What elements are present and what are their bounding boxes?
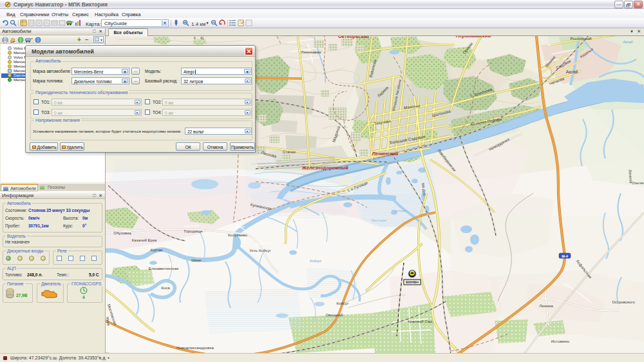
- svg-text:Обуховка: Обуховка: [113, 231, 131, 235]
- svg-text:Городище: Городище: [184, 229, 203, 233]
- svg-text:Истомино: Истомино: [551, 339, 570, 343]
- svg-text:Усть-Койсуг: Усть-Койсуг: [249, 248, 271, 252]
- svg-text:6: 6: [194, 36, 196, 40]
- svg-text:Чмутовая: Чмутовая: [392, 209, 407, 213]
- svg-text:Первомайский: Первомайский: [456, 36, 491, 39]
- svg-text:Аксай: Аксай: [566, 70, 578, 74]
- svg-text:Чмутовая: Чмутовая: [371, 218, 386, 222]
- svg-text:Коса: Коса: [161, 285, 170, 290]
- svg-text:Койсуг: Койсуг: [337, 301, 350, 305]
- svg-text:Койсуг: Койсуг: [310, 259, 321, 263]
- svg-text:Новоалександровка: Новоалександровка: [176, 345, 214, 350]
- svg-text:Шмат: Шмат: [191, 258, 202, 262]
- svg-text:Ленинский: Ленинский: [372, 151, 399, 157]
- svg-text:Аксай: Аксай: [622, 40, 632, 44]
- svg-text:Ленина: Ленина: [539, 303, 553, 308]
- svg-text:Островского: Островского: [612, 300, 635, 304]
- svg-text:Российский: Российский: [570, 36, 592, 41]
- svg-text:М-4: М-4: [562, 254, 568, 258]
- svg-text:Октябрьская: Октябрьская: [338, 36, 369, 39]
- svg-text:Елизаветинская: Елизаветинская: [149, 266, 178, 271]
- svg-text:Колузаево: Колузаево: [228, 233, 248, 237]
- svg-text:Курган: Курган: [150, 247, 162, 252]
- svg-text:Стачки: Стачки: [283, 149, 296, 154]
- svg-text:В004ВН: В004ВН: [406, 280, 419, 284]
- svg-text:41: 41: [200, 36, 204, 40]
- svg-text:Казачий Ерик: Казачий Ерик: [132, 238, 157, 242]
- svg-text:Красный Сад: Красный Сад: [408, 319, 433, 323]
- svg-text:Ольгин: Ольгин: [632, 181, 644, 185]
- svg-text:Железнодорожный: Железнодорожный: [301, 165, 348, 171]
- svg-text:Овощной: Овощной: [326, 312, 343, 317]
- svg-text:Ленинаван: Ленинаван: [301, 50, 321, 54]
